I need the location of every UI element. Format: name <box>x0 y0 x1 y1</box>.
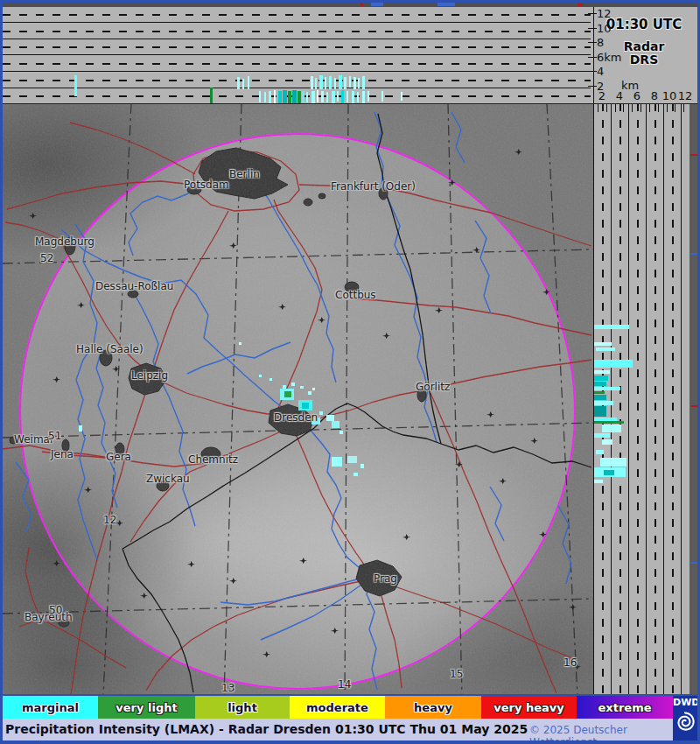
legend-label: moderate <box>306 701 368 714</box>
map-label: 14 <box>338 678 351 691</box>
map-label: Chemnitz <box>188 453 238 466</box>
profile-echo-bar <box>594 480 603 483</box>
river-line <box>96 349 117 508</box>
range-height-profile-panel <box>593 103 690 696</box>
km-axis-tick <box>649 103 650 112</box>
height-axis-tick <box>588 86 597 87</box>
km-axis-tick <box>615 103 616 112</box>
map-label: Görlitz <box>416 381 450 393</box>
map-fragment <box>690 405 697 407</box>
legend-segment: marginal <box>3 696 98 719</box>
profile-echo-bar <box>264 92 266 102</box>
legend-label: very heavy <box>494 701 564 714</box>
height-axis-tick <box>588 42 597 43</box>
km-axis-tick <box>658 103 659 112</box>
profile-echo-bar <box>604 470 614 475</box>
profile-gridline-dashed <box>654 103 656 696</box>
profile-echo-bar <box>594 395 606 400</box>
dwd-logo[interactable]: DWD <box>673 696 697 740</box>
map-label: 12 <box>103 514 116 526</box>
map-label: Dessau-Roßlau <box>95 280 173 292</box>
km-axis-tick <box>623 103 624 112</box>
river-line <box>410 277 437 442</box>
profile-gridline-dashed <box>672 103 674 696</box>
map-label: Jena <box>51 448 74 460</box>
road-line <box>40 619 126 668</box>
profile-echo-bar <box>312 91 315 103</box>
legend-label: extreme <box>598 701 651 714</box>
map-label: 13 <box>221 682 234 694</box>
graticule-meridian <box>103 103 131 696</box>
profile-echo-bar <box>332 91 335 103</box>
precip-echo <box>302 403 309 409</box>
profile-gridline <box>611 103 612 696</box>
road-line <box>351 298 592 335</box>
map-fragment <box>360 3 363 6</box>
profile-echo-bar <box>362 76 365 89</box>
river-line <box>490 487 504 541</box>
km-axis-tick-label: 4 <box>610 89 629 102</box>
km-axis-tick-label: 2 <box>592 89 612 102</box>
km-axis-tick <box>632 103 633 112</box>
frame-left <box>0 0 3 744</box>
profile-echo-bar <box>315 78 317 89</box>
km-axis-tick-label: 12 <box>676 89 695 102</box>
road-line <box>382 596 402 688</box>
precip-echo <box>284 391 291 397</box>
precip-echo <box>239 342 242 345</box>
profile-echo-bar <box>288 91 291 103</box>
road-line <box>7 181 193 209</box>
km-axis-tick <box>606 103 607 112</box>
profile-echo-bar <box>594 342 612 346</box>
profile-echo-bar <box>319 75 323 89</box>
precip-echo <box>308 391 312 395</box>
precip-echo <box>259 375 262 377</box>
profile-echo-bar <box>358 78 360 88</box>
profile-echo-bar <box>346 91 348 102</box>
profile-echo-bar <box>594 370 610 374</box>
road-line <box>70 123 195 174</box>
profile-gridline <box>628 103 629 696</box>
map-label: Halle (Saale) <box>76 343 144 355</box>
profile-echo-bar <box>594 421 624 424</box>
precip-echo <box>354 473 358 476</box>
map-label: Zwickau <box>146 473 190 485</box>
map-label: Dresden <box>274 411 318 424</box>
legend-segment: heavy <box>385 696 481 719</box>
profile-echo-bar <box>602 425 621 432</box>
datetime-label: 01:30 UTC Thu 01 May 2025 <box>335 722 528 736</box>
profile-echo-bar <box>337 91 339 102</box>
profile-echo-bar <box>339 75 342 89</box>
status-bar: Precipitation Intensity (LMAX) - Radar D… <box>3 719 673 740</box>
profile-gridline-dashed <box>3 46 591 48</box>
height-axis-tick <box>588 71 597 72</box>
profile-gridline <box>663 103 664 696</box>
profile-gridline <box>646 103 647 696</box>
frame-bottom <box>0 740 700 744</box>
frame-top <box>0 0 700 3</box>
profile-echo-bar <box>344 77 346 89</box>
product-title: Precipitation Intensity (LMAX) - Radar D… <box>5 722 331 736</box>
map-label: Magdeburg <box>35 235 94 248</box>
height-axis-tick <box>588 28 597 29</box>
profile-gridline <box>3 22 591 23</box>
profile-echo-bar <box>306 92 308 102</box>
legend-label: heavy <box>414 701 452 714</box>
profile-gridline-dashed <box>3 31 591 32</box>
profile-echo-bar <box>325 77 326 89</box>
map-right-margin <box>690 103 697 696</box>
graticule-parallel <box>3 599 593 614</box>
profile-echo-bar <box>317 90 318 102</box>
time-height-profile-panel: 01:30 UTC Radar DRS km 121086km422468101… <box>3 7 697 104</box>
map-label: Leipzig <box>131 369 168 382</box>
profile-echo-bar <box>259 91 261 102</box>
map-label: 52 <box>40 252 53 264</box>
profile-echo-bar <box>602 439 612 445</box>
profile-echo-bar <box>594 433 610 438</box>
road-line <box>430 393 556 693</box>
profile-echo-bar <box>302 91 304 102</box>
profile-echo-bar <box>594 376 608 381</box>
profile-echo-bar <box>594 382 606 386</box>
map-label: Potsdam <box>184 179 229 191</box>
precip-echo <box>300 386 304 389</box>
